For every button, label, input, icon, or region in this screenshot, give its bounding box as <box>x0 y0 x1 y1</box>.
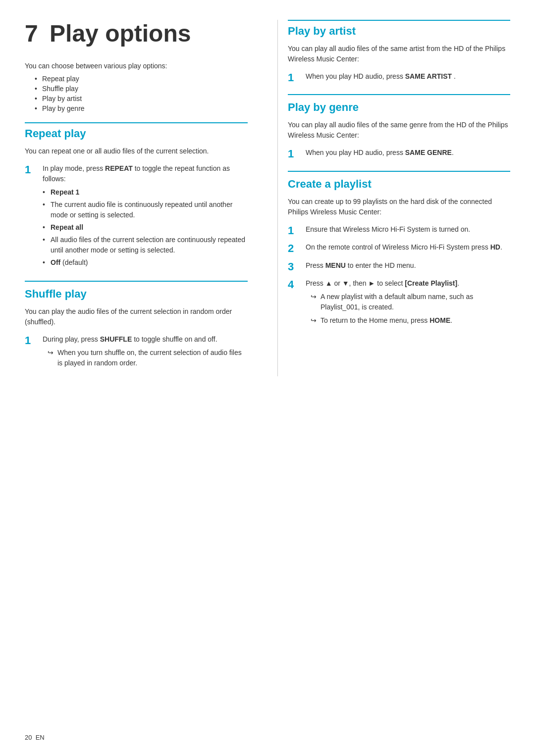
shuffle-divider <box>25 281 248 282</box>
create-playlist-step4: 4 Press ▲ or ▼, then ► to select [Create… <box>288 278 510 329</box>
list-item: Repeat play <box>35 75 248 83</box>
list-item: When you turn shuffle on, the current se… <box>48 348 248 368</box>
create-playlist-intro: You can create up to 99 playlists on the… <box>288 197 510 217</box>
intro-text: You can choose between various play opti… <box>25 62 248 70</box>
shuffle-arrow-list: When you turn shuffle on, the current se… <box>48 348 248 368</box>
list-item: To return to the Home menu, press HOME. <box>311 315 510 326</box>
repeat-play-step1: 1 In play mode, press REPEAT to toggle t… <box>25 163 248 271</box>
list-item: A new playlist with a default album name… <box>311 292 510 312</box>
shuffle-play-intro: You can play the audio files of the curr… <box>25 306 248 327</box>
list-item: Repeat all <box>43 222 248 233</box>
create-playlist-arrow-list: A new playlist with a default album name… <box>311 292 510 326</box>
page-footer: 20 EN <box>25 734 45 741</box>
shuffle-play-step1: 1 During play, press SHUFFLE to toggle s… <box>25 334 248 371</box>
genre-divider <box>288 94 510 95</box>
playlist-divider <box>288 171 510 172</box>
play-by-genre-heading: Play by genre <box>288 101 510 114</box>
shuffle-play-heading: Shuffle play <box>25 288 248 301</box>
play-by-artist-heading: Play by artist <box>288 20 510 38</box>
play-by-genre-intro: You can play all audio files of the same… <box>288 120 510 141</box>
create-playlist-step3: 3 Press MENU to enter the HD menu. <box>288 260 510 273</box>
play-by-artist-step1: 1 When you play HD audio, press SAME ART… <box>288 71 510 84</box>
list-item: The current audio file is continuously r… <box>43 200 248 220</box>
list-item: Off (default) <box>43 257 248 268</box>
create-playlist-step1: 1 Ensure that Wireless Micro Hi-Fi Syste… <box>288 224 510 237</box>
play-by-artist-intro: You can play all audio files of the same… <box>288 44 510 64</box>
list-item: Play by genre <box>35 104 248 112</box>
play-by-genre-step1: 1 When you play HD audio, press SAME GEN… <box>288 148 510 160</box>
list-item: All audio files of the current selection… <box>43 235 248 255</box>
repeat-sub-list: Repeat 1 The current audio file is conti… <box>43 187 248 268</box>
list-item: Repeat 1 <box>43 187 248 198</box>
repeat-play-heading: Repeat play <box>25 122 248 140</box>
repeat-play-intro: You can repeat one or all audio files of… <box>25 146 248 156</box>
create-playlist-step2: 2 On the remote control of Wireless Micr… <box>288 242 510 255</box>
intro-bullet-list: Repeat play Shuffle play Play by artist … <box>35 75 248 112</box>
list-item: Shuffle play <box>35 85 248 93</box>
create-playlist-heading: Create a playlist <box>288 178 510 191</box>
page-title: 7 Play options <box>25 20 248 47</box>
list-item: Play by artist <box>35 95 248 102</box>
